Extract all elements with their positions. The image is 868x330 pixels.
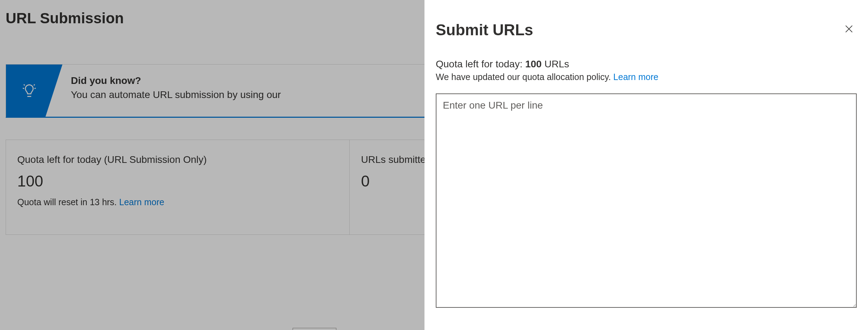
modal-overlay[interactable] (0, 0, 425, 330)
quota-prefix: Quota left for today: (436, 59, 525, 69)
close-button[interactable] (841, 21, 857, 38)
policy-message: We have updated our quota allocation pol… (436, 72, 613, 82)
url-input-textarea[interactable] (436, 93, 857, 308)
close-icon (844, 24, 854, 34)
submit-urls-panel: Submit URLs Quota left for today: 100 UR… (424, 0, 868, 330)
quota-value: 100 (525, 59, 542, 69)
policy-learn-more-link[interactable]: Learn more (613, 72, 659, 82)
panel-title: Submit URLs (436, 21, 533, 39)
quota-suffix: URLs (542, 59, 569, 69)
policy-text: We have updated our quota allocation pol… (436, 72, 857, 82)
panel-quota-text: Quota left for today: 100 URLs (436, 59, 857, 70)
